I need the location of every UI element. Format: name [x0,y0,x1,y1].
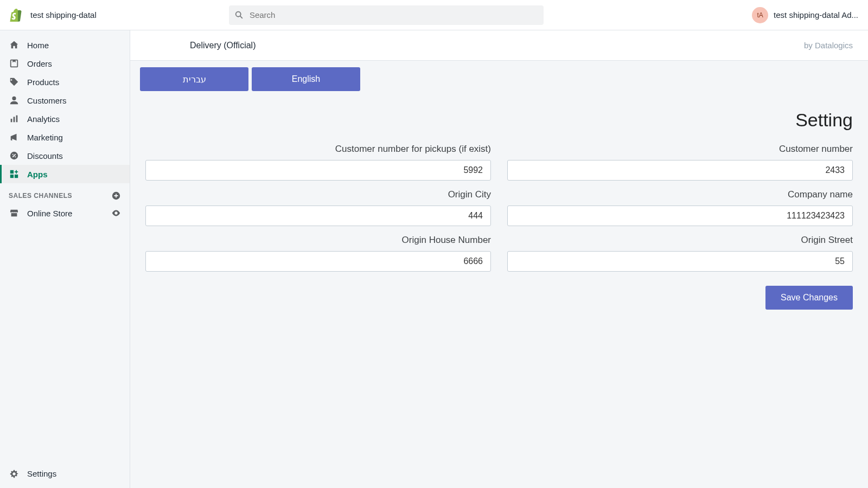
sidebar-item-label: Apps [27,170,48,179]
sidebar-item-apps[interactable]: Apps [0,165,130,183]
svg-rect-2 [11,119,12,122]
input-origin-street[interactable] [507,251,853,272]
products-icon [9,77,20,87]
save-button[interactable]: Save Changes [765,286,853,310]
main: Delivery (Official) by Datalogics עברית … [130,30,868,488]
store-name: test shipping-datal [30,10,97,20]
sidebar: Home Orders Products Customers Analytics… [0,30,130,488]
label-origin-street: Origin Street [507,235,853,246]
input-customer-number[interactable] [507,160,853,181]
app-header: Delivery (Official) by Datalogics [130,30,868,61]
channel-label: Online Store [27,209,72,218]
topbar: test shipping-datal tA test shipping-dat… [0,0,868,30]
sidebar-item-marketing[interactable]: Marketing [0,128,130,146]
svg-rect-3 [14,117,15,122]
home-icon [9,40,20,50]
settings-label: Settings [27,469,56,478]
sidebar-item-customers[interactable]: Customers [0,91,130,110]
app-credit: by Datalogics [804,41,853,50]
input-company-name[interactable] [507,206,853,226]
store-icon [9,208,20,218]
label-customer-number-pickups: Customer number for pickups (if exist) [145,144,491,155]
page-title: Setting [130,91,868,135]
language-tabs: עברית English [130,61,868,91]
label-origin-house-number: Origin House Number [145,235,491,246]
search-icon [234,10,244,20]
channel-online-store[interactable]: Online Store [0,204,130,222]
customers-icon [9,95,20,105]
search-input[interactable] [250,10,538,20]
view-store-icon[interactable] [111,208,121,218]
label-customer-number: Customer number [507,144,853,155]
add-channel-icon[interactable] [111,191,121,201]
discounts-icon [9,151,20,160]
input-origin-city[interactable] [145,206,491,226]
avatar: tA [752,7,768,23]
sidebar-item-products[interactable]: Products [0,73,130,91]
sidebar-item-label: Orders [27,59,52,68]
account-menu[interactable]: tA test shipping-datal Ad... [752,7,858,23]
sidebar-item-label: Analytics [27,114,60,124]
sidebar-item-label: Discounts [27,151,63,160]
orders-icon [9,59,20,68]
gear-icon [9,469,20,479]
sidebar-item-label: Customers [27,96,67,105]
marketing-icon [9,132,20,142]
label-origin-city: Origin City [145,189,491,200]
svg-rect-4 [16,115,18,123]
sales-channels-heading: SALES CHANNELS [0,183,130,204]
sales-channels-label: SALES CHANNELS [9,192,72,200]
svg-point-1 [12,97,16,100]
input-origin-house-number[interactable] [145,251,491,272]
apps-icon [9,169,20,179]
sidebar-item-orders[interactable]: Orders [0,54,130,73]
sidebar-item-label: Marketing [27,133,63,142]
app-title: Delivery (Official) [190,41,256,50]
svg-rect-10 [10,175,14,178]
tab-english[interactable]: English [252,67,360,91]
sidebar-item-label: Home [27,41,49,50]
sidebar-item-analytics[interactable]: Analytics [0,110,130,128]
svg-rect-8 [10,170,14,174]
label-company-name: Company name [507,189,853,200]
sidebar-item-discounts[interactable]: Discounts [0,146,130,165]
sidebar-item-home[interactable]: Home [0,36,130,54]
input-customer-number-pickups[interactable] [145,160,491,181]
sidebar-item-label: Products [27,78,59,87]
svg-point-7 [15,156,16,157]
shopify-logo-icon [10,8,22,22]
settings-form: Customer number for pickups (if exist) C… [130,135,868,272]
svg-point-6 [12,154,14,155]
sidebar-item-settings[interactable]: Settings [0,464,130,483]
svg-rect-9 [15,175,18,178]
tab-hebrew[interactable]: עברית [140,67,248,91]
analytics-icon [9,114,20,124]
account-label: test shipping-datal Ad... [774,10,858,20]
global-search[interactable] [229,5,544,25]
